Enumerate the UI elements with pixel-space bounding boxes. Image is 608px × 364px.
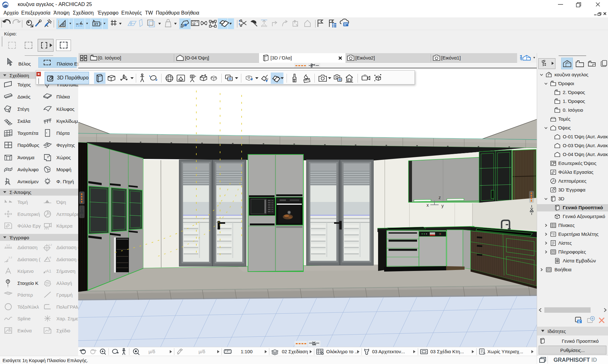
svg-text:μ/δ: μ/δ (199, 349, 205, 354)
svg-text:03 Σχέδια Κτη...: 03 Σχέδια Κτη... (430, 349, 464, 354)
svg-text:x: x (427, 203, 429, 208)
svg-text:Χωρίς Υπερισχ...: Χωρίς Υπερισχ... (487, 349, 523, 354)
svg-text:1.2: 1.2 (9, 256, 12, 259)
svg-text:03 Αρχιτεκτον...: 03 Αρχιτεκτον... (372, 349, 405, 354)
svg-text:1.2: 1.2 (6, 244, 10, 247)
svg-text:02 Σχεδίαση: 02 Σχεδίαση (282, 349, 308, 354)
svg-text:1:100: 1:100 (241, 349, 253, 354)
svg-text:z: z (439, 195, 441, 200)
svg-text:α: α (49, 256, 51, 259)
svg-text:1.2: 1.2 (48, 243, 52, 246)
svg-text:A1: A1 (46, 269, 51, 273)
svg-text:12: 12 (192, 22, 195, 26)
svg-text:Ολόκληρο το ...: Ολόκληρο το ... (326, 349, 358, 354)
svg-text:μ/δ: μ/δ (149, 349, 155, 354)
svg-text:y: y (441, 203, 444, 208)
svg-text:XY: XY (94, 22, 98, 26)
